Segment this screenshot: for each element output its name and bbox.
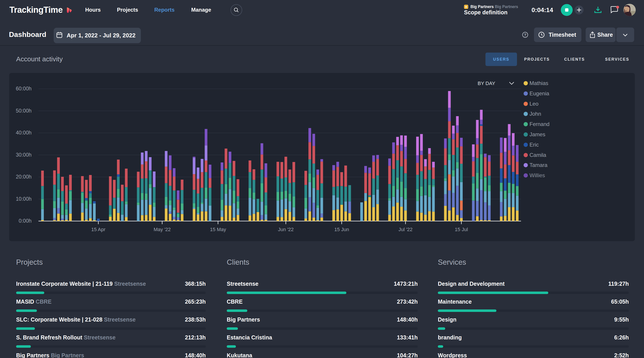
svg-text:BY DAY: BY DAY: [478, 81, 495, 86]
svg-text:Jul '22: Jul '22: [398, 227, 412, 232]
svg-text:May '22: May '22: [154, 227, 170, 232]
svg-text:15 Jun: 15 Jun: [334, 227, 349, 232]
svg-text:40:00h: 40:00h: [16, 130, 32, 136]
svg-text:0:00h: 0:00h: [18, 218, 32, 224]
svg-text:15 May: 15 May: [210, 227, 226, 232]
svg-text:15 Apr: 15 Apr: [91, 227, 106, 232]
svg-text:John: John: [530, 111, 541, 117]
svg-text:Eugenia: Eugenia: [530, 90, 550, 96]
svg-text:Camila: Camila: [530, 152, 546, 158]
svg-text:15 Jul: 15 Jul: [455, 227, 468, 232]
svg-text:Eric: Eric: [530, 142, 539, 148]
svg-text:James: James: [530, 131, 546, 137]
svg-text:60:00h: 60:00h: [16, 86, 32, 92]
svg-text:Willies: Willies: [530, 172, 545, 178]
svg-text:10:00h: 10:00h: [16, 196, 32, 202]
svg-text:?: ?: [524, 33, 526, 37]
svg-text:Jun '22: Jun '22: [278, 227, 294, 232]
svg-text:Tamara: Tamara: [530, 162, 548, 168]
svg-text:Leo: Leo: [530, 101, 538, 107]
svg-text:20:00h: 20:00h: [16, 174, 32, 180]
svg-text:30:00h: 30:00h: [16, 152, 32, 158]
svg-text:Mathias: Mathias: [530, 80, 548, 86]
svg-text:50:00h: 50:00h: [16, 108, 32, 114]
svg-text:Fernand: Fernand: [530, 121, 550, 127]
